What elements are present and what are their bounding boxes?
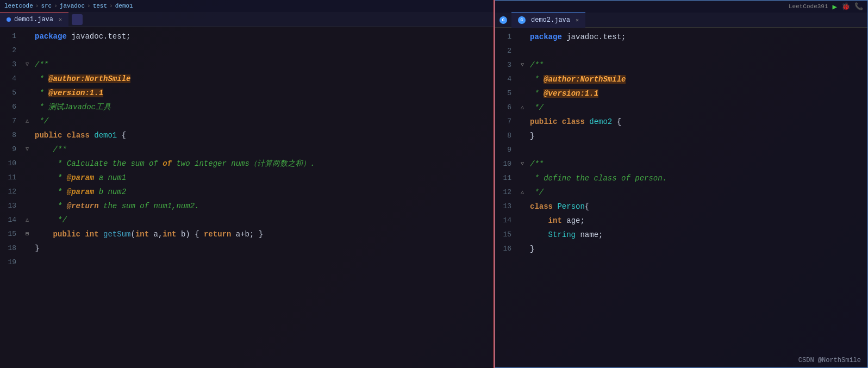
code-line: 14 int age; [495, 214, 867, 228]
fold-icon[interactable]: △ [26, 114, 29, 128]
code-line: 2 [495, 44, 867, 58]
breadcrumb: leetcode › src › javadoc › test › demo1 [4, 3, 133, 9]
code-line: 5 * @version:1.1 [495, 86, 867, 101]
code-line: 1 package javadoc.test; [495, 30, 867, 44]
code-line: 11 * @param a num1 [0, 171, 494, 185]
tab-c-icon: c [518, 16, 526, 24]
right-toolbar: LeetCode391 ▶ 🐞 📞 [495, 1, 867, 13]
code-line: 3 ▽ /** [0, 58, 494, 72]
breadcrumb-demo1[interactable]: demo1 [115, 3, 133, 9]
breadcrumb-test[interactable]: test [93, 3, 107, 9]
tab-demo2[interactable]: c demo2.java ✕ [511, 13, 585, 28]
code-line: 4 * @author:NorthSmile [0, 72, 494, 86]
tab-dot-icon [7, 17, 11, 22]
code-line: 4 * @author:NorthSmile [495, 72, 867, 86]
tab-close-icon[interactable]: ✕ [576, 17, 579, 23]
code-line: 9 ▽ /** [0, 142, 494, 157]
c-icon: c [499, 16, 507, 24]
editor-container: leetcode › src › javadoc › test › demo1 … [0, 0, 868, 368]
tab-demo2-label: demo2.java [531, 16, 570, 24]
tab-close-icon[interactable]: ✕ [59, 16, 62, 23]
code-line: 13 * @return the sum of num1,num2. [0, 199, 494, 213]
code-line: 15 ⊞ public int getSum(int a,int b) { re… [0, 227, 494, 241]
code-line: 18 } [0, 241, 494, 255]
code-line: 1 package javadoc.test; [0, 29, 494, 43]
code-line: 12 * @param b num2 [0, 185, 494, 199]
left-editor-panel: leetcode › src › javadoc › test › demo1 … [0, 0, 495, 368]
right-editor-panel: LeetCode391 ▶ 🐞 📞 c c demo2.java ✕ 1 pac… [495, 0, 868, 368]
code-line: 6 * 测试Javadoc工具 [0, 100, 494, 114]
profile-label: LeetCode391 [789, 3, 828, 10]
breadcrumb-src[interactable]: src [41, 3, 52, 9]
code-line: 6 △ */ [495, 101, 867, 115]
run-icon[interactable]: ▶ [833, 2, 837, 11]
code-line: 3 ▽ /** [495, 58, 867, 72]
code-line: 19 [0, 255, 494, 270]
right-code-area: 1 package javadoc.test; 2 3 ▽ /** 4 * @a… [495, 28, 867, 367]
watermark: CSDN @NorthSmile [798, 357, 861, 364]
debug-icon[interactable]: 🐞 [841, 2, 850, 11]
fold-icon[interactable]: ⊞ [26, 227, 29, 241]
code-line: 15 String name; [495, 228, 867, 242]
code-line: 5 * @version:1.1 [0, 86, 494, 100]
fold-icon[interactable]: △ [521, 185, 524, 199]
left-tab-bar: demo1.java ✕ [0, 12, 494, 27]
tab-demo1[interactable]: demo1.java ✕ [0, 12, 68, 27]
fold-icon[interactable]: ▽ [26, 58, 29, 72]
breadcrumb-javadoc[interactable]: javadoc [60, 3, 85, 9]
phone-icon[interactable]: 📞 [854, 2, 863, 11]
breadcrumb-bar: leetcode › src › javadoc › test › demo1 [0, 0, 494, 12]
left-code-area: 1 package javadoc.test; 2 3 ▽ /** 4 * @a… [0, 27, 494, 368]
code-line: 10 ▽ /** [495, 157, 867, 171]
code-line: 7 public class demo2 { [495, 115, 867, 129]
code-line: 7 △ */ [0, 114, 494, 128]
code-line: 8 } [495, 129, 867, 143]
code-line: 11 * define the class of person. [495, 171, 867, 185]
code-line: 9 [495, 143, 867, 157]
tab-extra[interactable] [72, 14, 83, 25]
right-tab-bar: c c demo2.java ✕ [495, 13, 867, 28]
code-line: 12 △ */ [495, 185, 867, 199]
fold-icon[interactable]: ▽ [521, 58, 524, 72]
fold-icon[interactable]: ▽ [521, 157, 524, 171]
code-line: 2 [0, 43, 494, 58]
code-line: 16 } [495, 242, 867, 256]
code-line: 8 public class demo1 { [0, 128, 494, 142]
code-line: 14 △ */ [0, 213, 494, 227]
code-line: 10 * Calculate the sum of of two integer… [0, 157, 494, 171]
breadcrumb-leetcode[interactable]: leetcode [4, 3, 33, 9]
tab-demo1-label: demo1.java [14, 16, 53, 23]
code-line: 13 class Person{ [495, 199, 867, 214]
fold-icon[interactable]: ▽ [26, 142, 29, 157]
fold-icon[interactable]: △ [26, 213, 29, 227]
fold-icon[interactable]: △ [521, 101, 524, 115]
